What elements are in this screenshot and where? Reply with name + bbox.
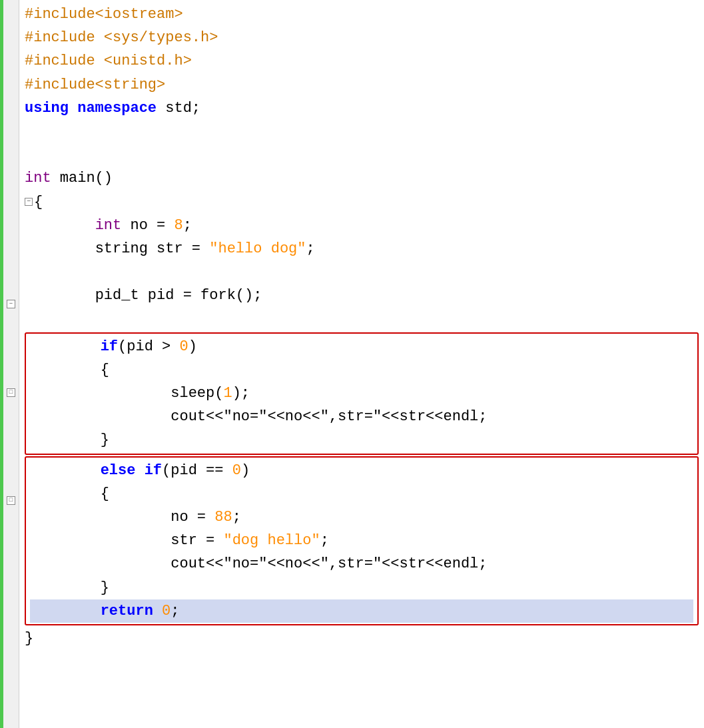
line-2: #include <sys/types.h>: [25, 26, 699, 49]
line-return: return 0;: [30, 599, 693, 623]
line-3: #include <unistd.h>: [25, 49, 699, 73]
line-4: #include<string>: [25, 73, 699, 97]
line-blank-1: [25, 120, 699, 143]
line-elseif: else if(pid == 0): [30, 459, 693, 482]
line-str: string str = "hello dog";: [25, 237, 699, 260]
line-blank-3: [25, 260, 699, 284]
line-elseif-brace: {: [30, 482, 693, 506]
line-if: if(pid > 0): [30, 335, 693, 358]
elseif-block-box: else if(pid == 0) { no = 88; str = "dog …: [25, 456, 699, 625]
fold-icon-main[interactable]: −: [25, 198, 33, 206]
fold-marker-if[interactable]: □: [7, 388, 15, 397]
line-1: #include<iostream>: [25, 3, 699, 26]
line-main-close: }: [25, 627, 699, 650]
line-str-assign: str = "dog hello";: [30, 529, 693, 552]
line-blank-2: [25, 143, 699, 167]
code-area: #include<iostream> #include <sys/types.h…: [19, 0, 704, 728]
line-fork: pid_t pid = fork();: [25, 284, 699, 307]
line-blank-4: [25, 307, 699, 330]
line-main: int main(): [25, 167, 699, 190]
line-cout-1: cout<<"no="<<no<<",str="<<str<<endl;: [30, 405, 693, 428]
line-if-brace: {: [30, 358, 693, 382]
fold-marker-main[interactable]: −: [7, 300, 15, 308]
line-cout-2: cout<<"no="<<no<<",str="<<str<<endl;: [30, 552, 693, 575]
line-if-close: }: [30, 428, 693, 452]
fold-marker-elseif[interactable]: □: [7, 496, 15, 505]
if-block-box: if(pid > 0) { sleep(1); cout<<"no="<<no<…: [25, 332, 699, 455]
line-5: using namespace std;: [25, 97, 699, 120]
line-no: int no = 8;: [25, 214, 699, 237]
line-sleep: sleep(1);: [30, 382, 693, 405]
line-elseif-close: }: [30, 576, 693, 599]
line-no-assign: no = 88;: [30, 506, 693, 529]
line-brace-open: −{: [25, 190, 699, 214]
editor-container: − □ □ #include<iostream> #include <sys/t…: [0, 0, 704, 728]
gutter: − □ □: [3, 0, 19, 728]
